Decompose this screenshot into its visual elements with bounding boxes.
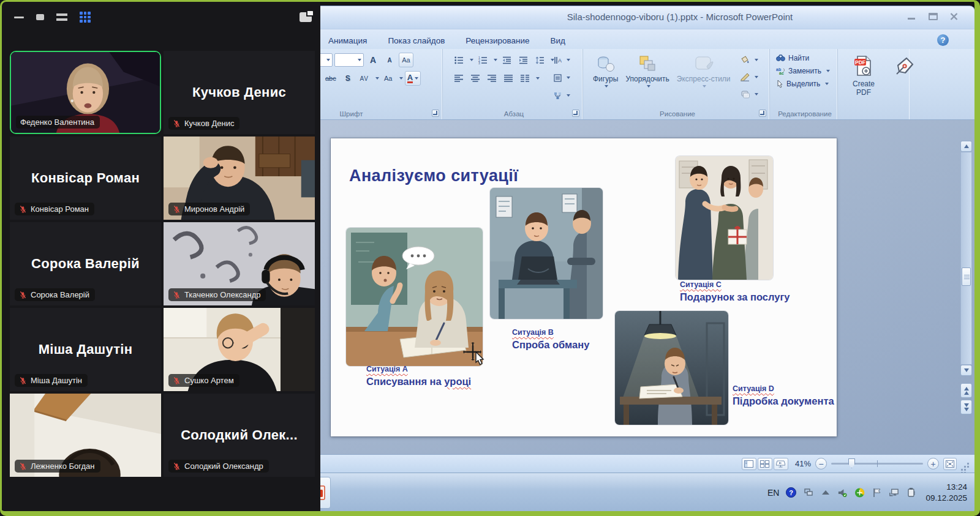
- justify-button[interactable]: [501, 71, 516, 86]
- line-spacing-button[interactable]: [532, 53, 547, 67]
- participant-tile-konvisar[interactable]: Конвісар Роман Конвісар Роман: [10, 136, 161, 220]
- participant-tile-tkachenko[interactable]: Ткаченко Олександр: [164, 222, 315, 305]
- situation-b-caption[interactable]: Ситуація B Спроба обману: [512, 326, 589, 352]
- zoom-view-layout-icon[interactable]: [300, 12, 312, 22]
- font-dialog-launcher[interactable]: [432, 110, 439, 117]
- close-button[interactable]: [949, 12, 960, 21]
- fit-to-window-button[interactable]: [943, 458, 957, 470]
- show-hidden-icons-button[interactable]: [820, 487, 831, 498]
- participant-tile-soroka[interactable]: Сорока Валерій Сорока Валерій: [10, 222, 161, 305]
- situation-d-image[interactable]: [615, 311, 728, 425]
- decrease-indent-button[interactable]: [499, 53, 514, 67]
- select-button[interactable]: Выделить: [776, 80, 835, 88]
- participant-tile-fedenko[interactable]: Феденко Валентина: [10, 51, 161, 134]
- shape-fill-dropdown[interactable]: [755, 59, 758, 61]
- paragraph-dialog-launcher[interactable]: [572, 110, 579, 117]
- situation-c-caption[interactable]: Ситуація C Подарунок за послугу: [680, 278, 790, 304]
- language-indicator[interactable]: EN: [767, 488, 779, 498]
- pdf-editor-pen-button[interactable]: [888, 53, 920, 81]
- help-icon[interactable]: ?: [937, 34, 949, 46]
- scroll-up-button[interactable]: [960, 141, 972, 152]
- change-case-dropdown[interactable]: [399, 77, 403, 80]
- zoom-restore-icon[interactable]: [36, 14, 44, 20]
- situation-a-image[interactable]: [346, 228, 483, 366]
- zoom-percentage[interactable]: 41%: [795, 459, 811, 468]
- participant-tile-mironov[interactable]: Миронов Андрій: [164, 136, 315, 220]
- participant-tile-solodkyi[interactable]: Солодкий Олек... Солодкий Олександр: [164, 394, 315, 477]
- zoom-slider-thumb[interactable]: [848, 458, 855, 468]
- slide-title[interactable]: Аналізуємо ситуації: [349, 166, 518, 185]
- zoom-minimize-icon[interactable]: [14, 17, 24, 18]
- arrange-button[interactable]: Упорядочить: [622, 53, 673, 89]
- convert-smartart-dropdown[interactable]: [567, 94, 570, 97]
- bullets-button[interactable]: [451, 53, 466, 67]
- slide-sorter-view-button[interactable]: [758, 458, 772, 470]
- find-button[interactable]: Найти: [776, 54, 835, 62]
- zoom-out-button[interactable]: −: [815, 458, 827, 469]
- scrollbar-thumb[interactable]: [962, 267, 971, 286]
- align-text-button[interactable]: [550, 70, 565, 85]
- minimize-button[interactable]: [907, 12, 917, 21]
- scrollbar-track[interactable]: [960, 152, 972, 365]
- font-size-select[interactable]: [334, 53, 364, 67]
- shape-effects-button[interactable]: [738, 87, 753, 102]
- increase-indent-button[interactable]: [516, 53, 530, 67]
- situation-d-caption[interactable]: Ситуація D Підробка документа: [733, 382, 834, 408]
- text-direction-dropdown[interactable]: [567, 59, 570, 61]
- drawing-dialog-launcher[interactable]: [759, 110, 766, 117]
- participant-tile-dashutin[interactable]: Міша Дашутін Міша Дашутін: [10, 308, 161, 391]
- shape-fill-button[interactable]: [738, 53, 753, 67]
- situation-b-image[interactable]: [490, 188, 603, 319]
- previous-slide-button[interactable]: [960, 383, 972, 398]
- participant-tile-lezhnenko[interactable]: Лежненко Богдан: [10, 394, 161, 477]
- slideshow-view-button[interactable]: [774, 458, 788, 470]
- vertical-scrollbar[interactable]: [960, 141, 972, 414]
- situation-c-image[interactable]: [676, 156, 773, 280]
- clear-formatting-button[interactable]: Aa: [399, 53, 413, 67]
- flag-action-center-icon[interactable]: [872, 487, 882, 498]
- numbering-dropdown[interactable]: [494, 59, 497, 61]
- taskbar-clock[interactable]: 13:24 09.12.2025: [923, 482, 967, 503]
- next-slide-button[interactable]: [960, 400, 972, 414]
- zoom-in-button[interactable]: +: [927, 458, 939, 469]
- shrink-font-button[interactable]: A: [382, 53, 397, 67]
- tab-review[interactable]: Рецензирование: [457, 33, 538, 49]
- columns-dropdown[interactable]: [536, 77, 540, 80]
- shape-outline-dropdown[interactable]: [755, 76, 758, 78]
- scroll-down-button[interactable]: [960, 365, 972, 376]
- convert-smartart-button[interactable]: [550, 88, 565, 103]
- shapes-button[interactable]: Фигуры: [589, 53, 622, 89]
- help-tray-icon[interactable]: ?: [786, 487, 796, 498]
- maximize-button[interactable]: [928, 12, 938, 21]
- zoom-list-view-icon[interactable]: [56, 13, 67, 21]
- quick-styles-button[interactable]: Экспресс-стили: [673, 53, 734, 89]
- audio-device-icon[interactable]: [837, 487, 848, 498]
- zoom-slider[interactable]: [831, 463, 923, 465]
- slide[interactable]: Аналізуємо ситуації: [331, 138, 837, 436]
- normal-view-button[interactable]: [742, 458, 756, 470]
- character-spacing-button[interactable]: AV: [357, 71, 372, 86]
- situation-a-caption[interactable]: Ситуація A Списування на уроці: [366, 362, 471, 389]
- align-text-dropdown[interactable]: [567, 77, 570, 79]
- shape-outline-button[interactable]: [738, 70, 753, 84]
- strikethrough-button[interactable]: abc: [323, 71, 339, 86]
- text-shadow-button[interactable]: S: [341, 71, 355, 86]
- character-spacing-dropdown[interactable]: [375, 77, 379, 80]
- zoom-gallery-view-icon[interactable]: [80, 12, 91, 23]
- participant-tile-kuchkov[interactable]: Кучков Денис Кучков Денис: [164, 51, 315, 134]
- change-case-button[interactable]: Aa: [381, 71, 396, 86]
- power-plug-icon[interactable]: [906, 487, 916, 498]
- slide-canvas[interactable]: Аналізуємо ситуації: [233, 120, 974, 454]
- tab-view[interactable]: Вид: [542, 33, 574, 49]
- font-color-button[interactable]: A: [405, 71, 421, 86]
- windows-small-icon[interactable]: [803, 487, 813, 498]
- align-left-button[interactable]: [451, 71, 466, 86]
- create-pdf-button[interactable]: PDF Create PDF: [844, 53, 883, 99]
- align-center-button[interactable]: [468, 71, 483, 86]
- shape-effects-dropdown[interactable]: [755, 93, 758, 95]
- columns-button[interactable]: [518, 71, 532, 86]
- participant-tile-sushko[interactable]: Сушко Артем: [164, 308, 315, 391]
- align-right-button[interactable]: [484, 71, 499, 86]
- resize-grip[interactable]: [961, 460, 970, 468]
- title-bar[interactable]: Sila-shodennogo-viboru (1).pptx - Micros…: [233, 6, 974, 29]
